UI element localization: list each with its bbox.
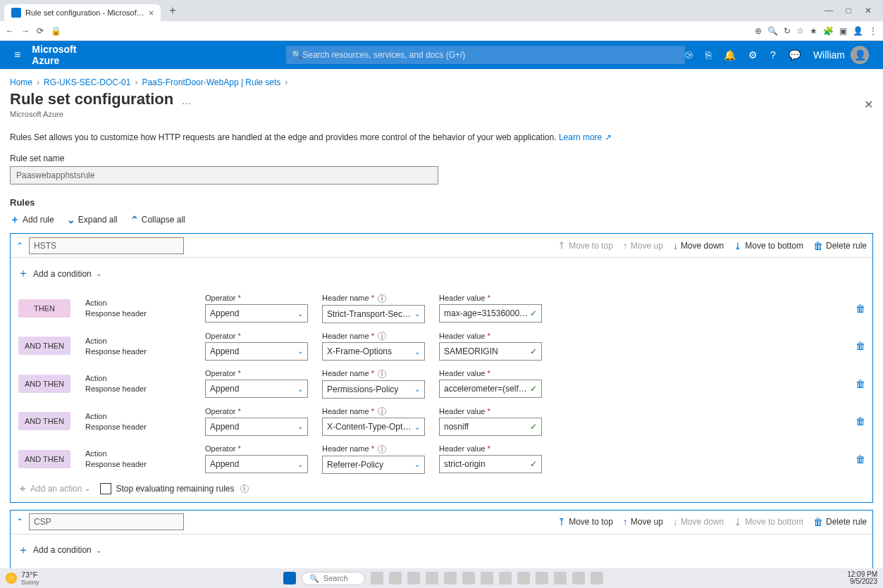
ext-icon-1[interactable]: ⊕ (755, 26, 762, 36)
taskbar-search[interactable]: 🔍 (302, 572, 365, 585)
ext-icon-3[interactable]: ↻ (784, 26, 791, 36)
ext-icon-4[interactable]: ☆ (796, 26, 804, 36)
delete-action-icon[interactable]: 🗑 (856, 340, 865, 351)
add-rule-button[interactable]: ＋Add rule (10, 213, 54, 226)
expand-all-button[interactable]: ⌄Expand all (67, 214, 118, 225)
arrow-bottom-icon: ⤓ (734, 516, 742, 527)
page-more-icon[interactable]: … (182, 95, 192, 106)
operator-select[interactable]: Append⌄ (205, 455, 308, 473)
checkbox-icon[interactable] (100, 483, 111, 494)
delete-action-icon[interactable]: 🗑 (856, 378, 865, 389)
info-icon[interactable]: i (378, 332, 386, 340)
nav-forward-icon[interactable]: → (21, 26, 30, 36)
taskbar-app-icon[interactable] (371, 572, 383, 584)
extensions-icon[interactable]: 🧩 (823, 26, 834, 36)
info-icon[interactable]: i (240, 484, 249, 493)
crumb-rg[interactable]: RG-UKS-SEC-DOC-01 (44, 77, 130, 87)
new-tab-button[interactable]: + (165, 4, 180, 17)
crumb-resource[interactable]: PaaS-FrontDoor-WebApp | Rule sets (142, 77, 280, 87)
info-icon[interactable]: i (378, 445, 386, 453)
info-icon[interactable]: i (378, 294, 386, 303)
user-menu[interactable]: William 👤 (813, 46, 869, 64)
notifications-icon[interactable]: 🔔 (724, 49, 736, 61)
cloud-shell-icon[interactable]: ⧁ (685, 49, 693, 61)
profile-icon[interactable]: 👤 (853, 26, 863, 36)
taskbar-app-icon[interactable] (462, 572, 475, 584)
taskbar-app-icon[interactable] (517, 572, 530, 584)
header-name-select[interactable]: Referrer-Policy⌄ (322, 456, 425, 474)
delete-action-icon[interactable]: 🗑 (856, 453, 865, 465)
header-name-select[interactable]: X-Frame-Options⌄ (322, 342, 425, 361)
ext-icon-2[interactable]: 🔍 (767, 26, 778, 36)
taskbar-clock[interactable]: 12:09 PM 9/5/2023 (847, 571, 877, 585)
search-input[interactable] (302, 50, 679, 60)
taskbar-app-icon[interactable] (554, 572, 567, 584)
operator-select[interactable]: Append⌄ (205, 342, 308, 361)
settings-icon[interactable]: ⚙ (748, 49, 758, 61)
global-search[interactable]: 🔍 (286, 46, 685, 64)
collapse-all-button[interactable]: ⌃Collapse all (130, 214, 185, 225)
window-minimize-button[interactable]: — (822, 6, 835, 15)
avatar[interactable]: 👤 (851, 46, 869, 64)
header-value-input[interactable]: accelerometer=(self), camer…✓ (439, 380, 542, 398)
operator-select[interactable]: Append⌄ (205, 304, 308, 323)
feedback-icon[interactable]: 💬 (789, 49, 801, 61)
hamburger-menu-icon[interactable]: ≡ (7, 49, 27, 61)
info-icon[interactable]: i (378, 407, 386, 415)
move-up-button[interactable]: ↑Move up (623, 516, 663, 527)
start-button[interactable] (283, 572, 296, 584)
taskbar-app-icon[interactable] (426, 572, 438, 584)
header-value-input[interactable]: nosniff✓ (439, 418, 542, 436)
rule-name-input[interactable] (29, 513, 184, 530)
rule-name-input[interactable] (29, 237, 184, 254)
taskbar-weather[interactable]: 73°F Sunny (6, 570, 39, 586)
info-icon[interactable]: i (378, 370, 386, 378)
header-name-select[interactable]: Permissions-Policy⌄ (322, 380, 425, 399)
learn-more-link[interactable]: Learn more ↗ (559, 132, 612, 142)
close-blade-icon[interactable]: ✕ (864, 98, 873, 111)
directory-icon[interactable]: ⎘ (705, 49, 711, 61)
help-icon[interactable]: ? (770, 49, 776, 61)
header-value-input[interactable]: SAMEORIGIN✓ (439, 342, 542, 361)
taskbar-app-icon[interactable] (591, 572, 603, 584)
chevron-down-icon: ⌄ (297, 385, 303, 393)
header-value-input[interactable]: strict-origin✓ (439, 455, 542, 473)
collapse-rule-icon[interactable]: ⌃ (16, 517, 23, 527)
header-name-select[interactable]: X-Content-Type-Options⌄ (322, 418, 425, 436)
taskbar-app-icon[interactable] (481, 572, 493, 584)
taskbar-app-icon[interactable] (499, 572, 512, 584)
delete-rule-button[interactable]: 🗑Delete rule (813, 516, 867, 527)
tab-close-icon[interactable]: × (149, 8, 154, 18)
nav-back-icon[interactable]: ← (6, 26, 14, 36)
delete-action-icon[interactable]: 🗑 (856, 415, 865, 427)
move-to-top-button[interactable]: ⤒Move to top (557, 516, 613, 527)
move-to-bottom-button[interactable]: ⤓Move to bottom (734, 240, 803, 251)
header-value-input[interactable]: max-age=31536000; includ…✓ (439, 304, 542, 323)
sidebar-icon[interactable]: ▣ (839, 26, 847, 36)
operator-select[interactable]: Append⌄ (205, 418, 308, 436)
browser-tab[interactable]: Rule set configuration - Microsof… × (4, 4, 161, 21)
move-down-button[interactable]: ↓Move down (673, 240, 724, 251)
window-maximize-button[interactable]: □ (842, 6, 855, 15)
main-content: Home › RG-UKS-SEC-DOC-01 › PaaS-FrontDoo… (0, 69, 883, 568)
nav-refresh-icon[interactable]: ⟳ (37, 26, 44, 36)
add-condition-button[interactable]: ＋Add a condition ⌄ (18, 539, 101, 562)
ext-icon-5[interactable]: ★ (810, 26, 817, 36)
taskbar-app-icon[interactable] (389, 572, 402, 584)
browser-menu-icon[interactable]: ⋮ (869, 26, 877, 36)
add-condition-button[interactable]: ＋Add a condition ⌄ (18, 262, 101, 285)
header-name-select[interactable]: Strict-Transport-Security⌄ (322, 305, 425, 323)
operator-select[interactable]: Append⌄ (205, 380, 308, 398)
taskbar-app-icon[interactable] (407, 572, 420, 584)
stop-evaluating-checkbox[interactable]: Stop evaluating remaining rules i (100, 483, 248, 494)
delete-rule-button[interactable]: 🗑Delete rule (813, 240, 867, 251)
taskbar-app-icon[interactable] (572, 572, 585, 584)
taskbar-app-icon[interactable] (444, 572, 457, 584)
brand-label[interactable]: Microsoft Azure (32, 44, 103, 66)
taskbar-app-icon[interactable] (536, 572, 548, 584)
taskbar-search-input[interactable] (323, 574, 366, 582)
collapse-rule-icon[interactable]: ⌃ (16, 241, 23, 251)
window-close-button[interactable]: ✕ (862, 6, 875, 15)
delete-action-icon[interactable]: 🗑 (856, 303, 865, 314)
crumb-home[interactable]: Home (10, 77, 32, 87)
